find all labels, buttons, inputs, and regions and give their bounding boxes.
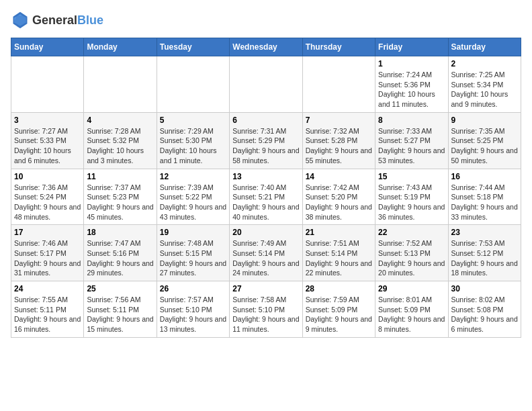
calendar-cell: 3Sunrise: 7:27 AMSunset: 5:33 PMDaylight… bbox=[11, 112, 84, 169]
day-number: 3 bbox=[14, 116, 81, 125]
day-number: 26 bbox=[160, 284, 226, 293]
calendar-cell bbox=[230, 56, 302, 113]
calendar-cell: 13Sunrise: 7:40 AMSunset: 5:21 PMDayligh… bbox=[230, 169, 302, 225]
day-number: 29 bbox=[378, 284, 445, 293]
day-info: Sunrise: 7:59 AMSunset: 5:09 PMDaylight:… bbox=[306, 295, 372, 334]
day-info: Sunrise: 7:46 AMSunset: 5:17 PMDaylight:… bbox=[14, 238, 81, 278]
calendar-cell: 10Sunrise: 7:36 AMSunset: 5:24 PMDayligh… bbox=[11, 169, 84, 225]
day-info: Sunrise: 7:39 AMSunset: 5:22 PMDaylight:… bbox=[160, 183, 226, 222]
calendar-cell: 18Sunrise: 7:47 AMSunset: 5:16 PMDayligh… bbox=[84, 225, 157, 281]
calendar-cell: 16Sunrise: 7:44 AMSunset: 5:18 PMDayligh… bbox=[448, 169, 521, 225]
day-number: 6 bbox=[232, 116, 299, 125]
day-number: 9 bbox=[451, 116, 518, 125]
calendar-cell: 14Sunrise: 7:42 AMSunset: 5:20 PMDayligh… bbox=[302, 169, 375, 225]
day-info: Sunrise: 7:56 AMSunset: 5:11 PMDaylight:… bbox=[87, 295, 153, 334]
calendar-cell: 5Sunrise: 7:29 AMSunset: 5:30 PMDaylight… bbox=[157, 112, 229, 169]
calendar-cell: 20Sunrise: 7:49 AMSunset: 5:14 PMDayligh… bbox=[230, 225, 302, 281]
day-info: Sunrise: 7:42 AMSunset: 5:20 PMDaylight:… bbox=[306, 183, 372, 222]
day-info: Sunrise: 7:31 AMSunset: 5:29 PMDaylight:… bbox=[232, 126, 299, 166]
calendar-cell: 8Sunrise: 7:33 AMSunset: 5:27 PMDaylight… bbox=[375, 112, 448, 169]
day-info: Sunrise: 7:24 AMSunset: 5:36 PMDaylight:… bbox=[378, 70, 445, 109]
day-number: 5 bbox=[160, 116, 226, 125]
calendar-cell bbox=[84, 56, 157, 113]
calendar-cell: 19Sunrise: 7:48 AMSunset: 5:15 PMDayligh… bbox=[157, 225, 229, 281]
week-row-4: 24Sunrise: 7:55 AMSunset: 5:11 PMDayligh… bbox=[11, 281, 521, 338]
day-number: 23 bbox=[451, 228, 518, 237]
day-info: Sunrise: 7:43 AMSunset: 5:19 PMDaylight:… bbox=[378, 183, 445, 222]
weekday-header-sunday: Sunday bbox=[11, 38, 84, 56]
day-number: 8 bbox=[378, 116, 445, 125]
logo-general-text: General bbox=[32, 13, 77, 27]
day-number: 18 bbox=[87, 228, 153, 237]
weekday-header-friday: Friday bbox=[375, 38, 448, 56]
day-number: 7 bbox=[306, 116, 372, 125]
day-number: 21 bbox=[306, 228, 372, 237]
calendar-cell: 24Sunrise: 7:55 AMSunset: 5:11 PMDayligh… bbox=[11, 281, 84, 338]
day-info: Sunrise: 7:53 AMSunset: 5:12 PMDaylight:… bbox=[451, 238, 518, 278]
calendar-cell: 4Sunrise: 7:28 AMSunset: 5:32 PMDaylight… bbox=[84, 112, 157, 169]
calendar-cell bbox=[157, 56, 229, 113]
day-number: 24 bbox=[14, 284, 81, 293]
logo-blue-text: Blue bbox=[77, 13, 103, 27]
week-row-2: 10Sunrise: 7:36 AMSunset: 5:24 PMDayligh… bbox=[11, 169, 521, 225]
weekday-header-saturday: Saturday bbox=[448, 38, 521, 56]
calendar-cell: 2Sunrise: 7:25 AMSunset: 5:34 PMDaylight… bbox=[448, 56, 521, 113]
week-row-1: 3Sunrise: 7:27 AMSunset: 5:33 PMDaylight… bbox=[11, 112, 521, 169]
day-info: Sunrise: 8:01 AMSunset: 5:09 PMDaylight:… bbox=[378, 295, 445, 334]
calendar-cell: 30Sunrise: 8:02 AMSunset: 5:08 PMDayligh… bbox=[448, 281, 521, 338]
day-number: 4 bbox=[87, 116, 153, 125]
day-info: Sunrise: 7:32 AMSunset: 5:28 PMDaylight:… bbox=[306, 126, 372, 166]
day-number: 10 bbox=[14, 172, 81, 181]
day-info: Sunrise: 8:02 AMSunset: 5:08 PMDaylight:… bbox=[451, 295, 518, 334]
day-number: 19 bbox=[160, 228, 226, 237]
day-info: Sunrise: 7:57 AMSunset: 5:10 PMDaylight:… bbox=[160, 295, 226, 334]
day-info: Sunrise: 7:52 AMSunset: 5:13 PMDaylight:… bbox=[378, 238, 445, 278]
weekday-header-thursday: Thursday bbox=[302, 38, 375, 56]
day-info: Sunrise: 7:58 AMSunset: 5:10 PMDaylight:… bbox=[232, 295, 299, 334]
calendar-cell: 6Sunrise: 7:31 AMSunset: 5:29 PMDaylight… bbox=[230, 112, 302, 169]
day-info: Sunrise: 7:55 AMSunset: 5:11 PMDaylight:… bbox=[14, 295, 81, 334]
day-info: Sunrise: 7:49 AMSunset: 5:14 PMDaylight:… bbox=[232, 238, 299, 278]
calendar-cell: 23Sunrise: 7:53 AMSunset: 5:12 PMDayligh… bbox=[448, 225, 521, 281]
day-info: Sunrise: 7:33 AMSunset: 5:27 PMDaylight:… bbox=[378, 126, 445, 166]
day-number: 15 bbox=[378, 172, 445, 181]
day-number: 27 bbox=[232, 284, 299, 293]
day-number: 12 bbox=[160, 172, 226, 181]
week-row-3: 17Sunrise: 7:46 AMSunset: 5:17 PMDayligh… bbox=[11, 225, 521, 281]
calendar-cell: 7Sunrise: 7:32 AMSunset: 5:28 PMDaylight… bbox=[302, 112, 375, 169]
day-number: 1 bbox=[378, 59, 445, 68]
day-number: 28 bbox=[306, 284, 372, 293]
weekday-header-wednesday: Wednesday bbox=[230, 38, 302, 56]
calendar-cell: 25Sunrise: 7:56 AMSunset: 5:11 PMDayligh… bbox=[84, 281, 157, 338]
calendar-cell: 29Sunrise: 8:01 AMSunset: 5:09 PMDayligh… bbox=[375, 281, 448, 338]
day-info: Sunrise: 7:28 AMSunset: 5:32 PMDaylight:… bbox=[87, 126, 153, 166]
calendar-cell: 26Sunrise: 7:57 AMSunset: 5:10 PMDayligh… bbox=[157, 281, 229, 338]
day-info: Sunrise: 7:25 AMSunset: 5:34 PMDaylight:… bbox=[451, 70, 518, 109]
calendar-cell bbox=[302, 56, 375, 113]
day-number: 20 bbox=[232, 228, 299, 237]
day-number: 30 bbox=[451, 284, 518, 293]
weekday-header-tuesday: Tuesday bbox=[157, 38, 229, 56]
day-number: 16 bbox=[451, 172, 518, 181]
calendar-cell: 1Sunrise: 7:24 AMSunset: 5:36 PMDaylight… bbox=[375, 56, 448, 113]
day-info: Sunrise: 7:27 AMSunset: 5:33 PMDaylight:… bbox=[14, 126, 81, 166]
calendar-cell: 12Sunrise: 7:39 AMSunset: 5:22 PMDayligh… bbox=[157, 169, 229, 225]
day-info: Sunrise: 7:29 AMSunset: 5:30 PMDaylight:… bbox=[160, 126, 226, 166]
calendar-table: SundayMondayTuesdayWednesdayThursdayFrid… bbox=[11, 38, 521, 338]
page-header: GeneralBlue bbox=[11, 11, 521, 30]
calendar-cell: 9Sunrise: 7:35 AMSunset: 5:25 PMDaylight… bbox=[448, 112, 521, 169]
day-number: 2 bbox=[451, 59, 518, 68]
calendar-cell: 17Sunrise: 7:46 AMSunset: 5:17 PMDayligh… bbox=[11, 225, 84, 281]
day-info: Sunrise: 7:44 AMSunset: 5:18 PMDaylight:… bbox=[451, 183, 518, 222]
calendar-cell: 15Sunrise: 7:43 AMSunset: 5:19 PMDayligh… bbox=[375, 169, 448, 225]
day-number: 11 bbox=[87, 172, 153, 181]
weekday-header-monday: Monday bbox=[84, 38, 157, 56]
day-number: 17 bbox=[14, 228, 81, 237]
calendar-cell: 11Sunrise: 7:37 AMSunset: 5:23 PMDayligh… bbox=[84, 169, 157, 225]
day-info: Sunrise: 7:48 AMSunset: 5:15 PMDaylight:… bbox=[160, 238, 226, 278]
calendar-cell: 28Sunrise: 7:59 AMSunset: 5:09 PMDayligh… bbox=[302, 281, 375, 338]
logo: GeneralBlue bbox=[11, 11, 103, 30]
day-number: 25 bbox=[87, 284, 153, 293]
day-number: 13 bbox=[232, 172, 299, 181]
day-info: Sunrise: 7:51 AMSunset: 5:14 PMDaylight:… bbox=[306, 238, 372, 278]
